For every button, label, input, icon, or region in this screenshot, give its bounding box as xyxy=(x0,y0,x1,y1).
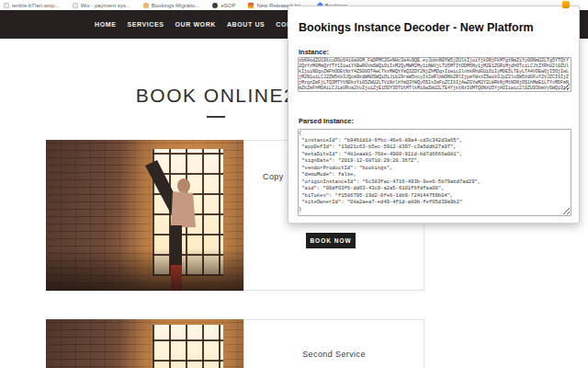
service-panel-2: Second Service xyxy=(243,319,424,368)
popup-title: Bookings Instance Decoder - New Platform xyxy=(299,21,534,34)
page-icon xyxy=(73,3,78,8)
bookmark-label: eSOP xyxy=(220,3,235,8)
bookmark-item[interactable]: eSOP xyxy=(212,3,235,8)
instance-textarea[interactable]: sbKHsd2U19tcuO0p64i8a8GM_FaDPMC2GeNHc3a4… xyxy=(298,57,571,92)
parsed-instance-textarea[interactable]: { "instanceId": "b9461d18-6fbc-46e6-89a4… xyxy=(298,129,571,216)
service-card-2: Second Service xyxy=(46,319,424,368)
nav-item-about-us[interactable]: ABOUT US xyxy=(227,21,265,28)
service-title: Second Service xyxy=(244,350,424,359)
service-photo-1 xyxy=(46,140,243,291)
bookmark-item[interactable]: Wix - payment sys... xyxy=(73,3,130,8)
service-title: Copy xyxy=(263,172,284,181)
bookmark-label: Bookings Migratio... xyxy=(152,3,200,8)
book-now-button[interactable]: BOOK NOW xyxy=(306,233,356,248)
figure-silhouette-art xyxy=(46,319,243,368)
title-underline xyxy=(207,116,225,118)
bookings-decoder-popup: Bookings Instance Decoder - New Platform… xyxy=(288,6,580,224)
nav-item-home[interactable]: HOME xyxy=(95,21,116,28)
screen: tenbis-b7/an.wixp... Wix - payment sys..… xyxy=(0,0,588,368)
nav-item-services[interactable]: SERVICES xyxy=(127,21,164,28)
extension-icon[interactable] xyxy=(562,1,570,8)
bookmark-label: tenbis-b7/an.wixp... xyxy=(12,3,60,8)
bookmark-item[interactable]: tenbis-b7/an.wixp... xyxy=(4,3,60,8)
fire-icon xyxy=(248,3,254,8)
cake-icon xyxy=(143,3,149,8)
bookmark-item[interactable]: Bookings Migratio... xyxy=(143,3,200,8)
service-photo-2 xyxy=(46,319,243,368)
instance-label: Instance: xyxy=(299,48,329,56)
page-icon xyxy=(4,3,9,8)
bookmark-label: Wix - payment sys... xyxy=(81,3,130,8)
nav-item-our-work[interactable]: OUR WORK xyxy=(175,21,215,28)
globe-icon xyxy=(212,3,218,8)
floor-shadow-art xyxy=(46,140,243,291)
parsed-instance-label: Parsed Instance: xyxy=(299,117,354,125)
